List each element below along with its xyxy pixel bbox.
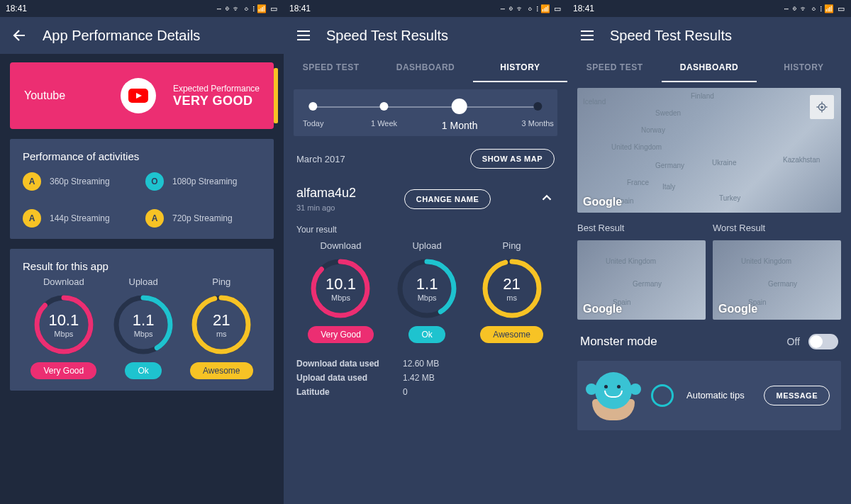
app-name: Youtube	[24, 89, 65, 102]
mascot-icon	[589, 371, 638, 420]
status-icons: ⋯ ◎ ᯤ ⊙ ⫶📶 ▭	[217, 4, 278, 13]
tips-card: Automatic tips MESSAGE	[577, 361, 841, 430]
show-as-map-button[interactable]: SHOW AS MAP	[470, 149, 555, 169]
page-title: Speed Test Results	[610, 28, 732, 44]
timeline-card: Today 1 Week 1 Month 3 Months	[294, 89, 557, 136]
screen-dashboard: 18:41 ⋯ ◎ ᯤ ⊙ ⫶📶 ▭ Speed Test Results SP…	[567, 0, 851, 504]
activities-grid: A360p Streaming O1080p Streaming A144p S…	[23, 172, 261, 228]
status-bar: 18:41 ⋯ ◎ ᯤ ⊙ ⫶📶 ▭	[567, 0, 851, 17]
download-ring-icon: 10.1 Mbps	[33, 294, 94, 355]
my-location-button[interactable]	[810, 95, 834, 119]
map-country-label: Italy	[662, 183, 675, 191]
metric-label: Download	[321, 240, 362, 251]
youtube-icon	[121, 78, 156, 113]
monster-mode-label: Monster mode	[580, 335, 657, 349]
status-bar: 18:41 ⋯ ◎ ᯤ ⊙ ⫶📶 ▭	[284, 0, 567, 17]
results-row: Best Result United Kingdom Germany Spain…	[567, 213, 851, 320]
entry-subheader: Your result	[296, 225, 555, 235]
svg-point-2	[37, 298, 91, 352]
kv-key: Upload data used	[296, 373, 403, 383]
tab-history[interactable]: HISTORY	[757, 54, 851, 82]
map-country-label: United Kingdom	[741, 257, 791, 265]
result-title: Result for this app	[23, 260, 261, 272]
ping-ring-icon: 21 ms	[191, 294, 252, 355]
timeline-stop-1month[interactable]: 1 Month	[442, 102, 478, 131]
download-metric: Download 10.1 Mbps Very Good	[30, 276, 96, 379]
activities-title: Performance of activities	[23, 150, 261, 162]
dashboard-map[interactable]: Iceland Finland Sweden Norway United Kin…	[577, 88, 841, 213]
header: Speed Test Results	[567, 17, 851, 54]
metric-label: Upload	[412, 240, 441, 251]
tip-ring-icon	[651, 384, 674, 407]
metric-label: Ping	[503, 240, 521, 251]
worst-result-map[interactable]: United Kingdom Germany Spain Google	[713, 240, 841, 320]
status-icons: ⋯ ◎ ᯤ ⊙ ⫶📶 ▭	[501, 4, 562, 13]
grade-badge: O	[145, 172, 164, 191]
tab-dashboard[interactable]: DASHBOARD	[378, 54, 472, 82]
metrics-row: Download 10.1 Mbps Very Good Upload 1.1 …	[23, 276, 261, 379]
upload-metric: Upload 1.1 Mbps Ok	[113, 276, 174, 379]
kv-val: 1.42 MB	[403, 373, 555, 383]
kv-key: Download data used	[296, 359, 403, 369]
map-country-label: Sweden	[655, 109, 681, 117]
rating-pill: Very Good	[30, 362, 96, 379]
grade-badge: A	[23, 209, 41, 228]
rating-pill: Very Good	[308, 326, 374, 343]
timeline-track	[311, 106, 540, 108]
monster-mode-state: Off	[787, 336, 800, 347]
collapse-chevron-icon[interactable]	[539, 190, 555, 208]
worst-result-col: Worst Result United Kingdom Germany Spai…	[713, 223, 841, 320]
activity-label: 144p Streaming	[50, 213, 110, 223]
status-icons: ⋯ ◎ ᯤ ⊙ ⫶📶 ▭	[784, 4, 845, 13]
kv-key: Latitude	[296, 387, 403, 397]
rating-pill: Ok	[125, 362, 161, 379]
metrics-row: Download 10.1 Mbps Very Good Upload 1.1 …	[296, 240, 555, 343]
tab-speed-test[interactable]: SPEED TEST	[567, 54, 662, 82]
timeline-stop-1week[interactable]: 1 Week	[371, 102, 397, 128]
month-label: March 2017	[296, 154, 345, 164]
grade-badge: A	[23, 172, 41, 191]
change-name-button[interactable]: CHANGE NAME	[404, 189, 491, 209]
tab-speed-test[interactable]: SPEED TEST	[284, 54, 378, 82]
tab-dashboard[interactable]: DASHBOARD	[662, 54, 756, 82]
activity-label: 360p Streaming	[50, 177, 110, 186]
page-body: Youtube Expected Performance VERY GOOD P…	[0, 54, 284, 504]
page-title: App Performance Details	[43, 28, 200, 44]
ping-ring-icon: 21 ms	[482, 258, 543, 319]
result-entry: alfama4u2 31 min ago CHANGE NAME Your re…	[284, 176, 567, 353]
message-button[interactable]: MESSAGE	[764, 386, 830, 405]
metric-label: Download	[43, 276, 84, 287]
header: Speed Test Results	[284, 17, 567, 54]
map-country-label: Germany	[768, 280, 797, 288]
tab-history[interactable]: HISTORY	[473, 54, 567, 82]
rating-pill: Awesome	[190, 362, 252, 379]
entry-name: alfama4u2	[296, 186, 356, 201]
tab-bar: SPEED TEST DASHBOARD HISTORY	[567, 54, 851, 82]
monster-mode-toggle[interactable]	[808, 334, 838, 349]
map-country-label: Norway	[641, 126, 665, 134]
worst-result-label: Worst Result	[713, 223, 841, 233]
expected-value: VERY GOOD	[173, 94, 260, 108]
timeline-stop-today[interactable]: Today	[303, 102, 323, 128]
kv-val: 0	[403, 387, 555, 397]
timeline-slider[interactable]: Today 1 Week 1 Month 3 Months	[304, 102, 547, 126]
status-time: 18:41	[6, 4, 27, 13]
upload-metric: Upload 1.1 Mbps Ok	[396, 240, 457, 343]
activity-label: 1080p Streaming	[172, 177, 237, 186]
map-country-label: Kazakhstan	[783, 156, 820, 164]
download-ring-icon: 10.1 Mbps	[310, 258, 371, 319]
activity-item: A360p Streaming	[23, 172, 138, 191]
header: App Performance Details	[0, 17, 284, 54]
map-country-label: United Kingdom	[611, 143, 662, 151]
rating-pill: Ok	[408, 326, 445, 343]
timeline-stop-3months[interactable]: 3 Months	[522, 102, 554, 128]
menu-button[interactable]	[295, 27, 312, 44]
tip-text: Automatic tips	[686, 390, 751, 401]
map-country-label: Turkey	[719, 194, 740, 202]
svg-point-8	[313, 262, 367, 315]
detail-kv-list: Download data used12.60 MB Upload data u…	[284, 353, 567, 397]
monster-mode-row: Monster mode Off	[567, 320, 851, 358]
best-result-map[interactable]: United Kingdom Germany Spain Google	[577, 240, 706, 320]
back-button[interactable]	[11, 27, 28, 44]
menu-button[interactable]	[579, 27, 596, 44]
